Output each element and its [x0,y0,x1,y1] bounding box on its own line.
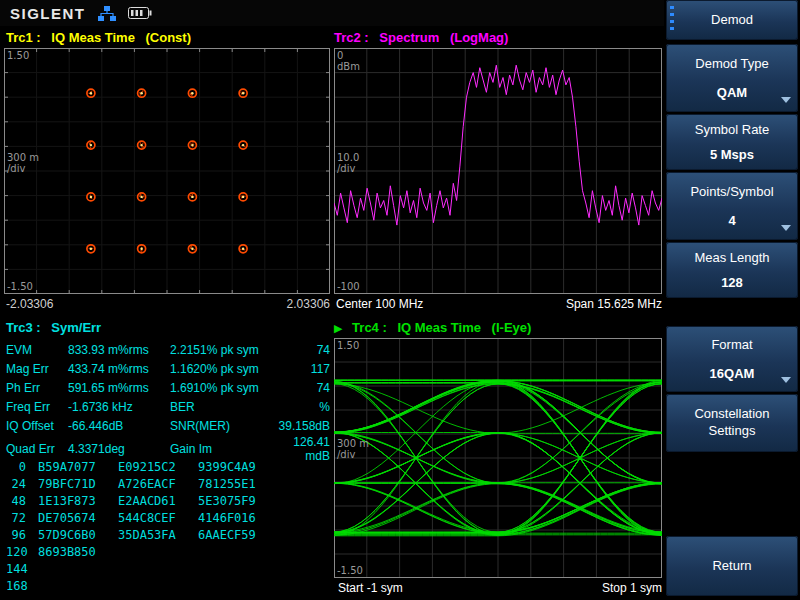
meas-cell: 39.158dB [278,419,330,433]
brand-logo: SIGLENT [10,5,86,22]
trc1-label: Trc1 : [6,30,41,45]
format-label: Format [701,337,762,354]
trc1-y-div-unit: /div [7,163,25,174]
return-label: Return [702,558,761,575]
meas-cell: 74 [278,381,330,395]
trc1-y-min: -1.50 [7,281,33,292]
symbol-row: 96 57D9C6B0 35DA53FA 6AAECF59 [6,526,330,543]
trc4-y-div-unit: /div [337,449,355,460]
symbol-rate-label: Symbol Rate [685,122,779,139]
symbol-index: 120 [6,545,38,559]
chevron-down-icon [781,225,791,231]
meas-cell: IQ Offset [6,419,68,433]
symbol-index: 168 [6,579,38,593]
measurement-row: Freq Err -1.6736 kHz BER % [6,397,330,416]
trc4-header[interactable]: ▶ Trc4 : IQ Meas Time (I-Eye) [334,320,531,335]
meas-cell: Gain Im [170,442,278,456]
points-per-symbol-label: Points/Symbol [680,184,783,201]
trc2-y-max: 0 [337,50,343,61]
trc4-label: Trc4 : [352,320,387,335]
symbol-rate-value: 5 Msps [710,147,754,162]
symbol-cell: A726EACF [118,477,198,491]
eye-stop-label: Stop 1 sym [520,581,662,595]
constellation-plot [4,48,330,294]
spectrum-panel: 0 dBm 10.0 /div -100 [334,48,662,294]
menu-title-demod: Demod [666,0,798,40]
measurement-row: Quad Err 4.3371deg Gain Im 126.41 mdB [6,435,330,454]
symbol-cell: 781255E1 [198,477,278,491]
trc2-label: Trc2 : [334,30,369,45]
symbol-cell: 35DA53FA [118,528,198,542]
meas-cell: 74 [278,343,330,357]
symbol-cell: 5E3075F9 [198,494,278,508]
meas-cell: Mag Err [6,362,68,376]
measurement-table: EVM 833.93 m%rms 2.2151% pk sym 74 Mag E… [6,340,330,454]
symbol-cell: 8693B850 [38,545,118,559]
meas-cell: 433.74 m%rms [68,362,170,376]
trc1-mode: (Const) [146,30,192,45]
symbol-cell: 1E13F873 [38,494,118,508]
format-value: 16QAM [710,366,755,381]
symbol-cell: 4146F016 [198,511,278,525]
trc1-x-max: 2.03306 [226,297,330,311]
softkey-constellation-settings[interactable]: Constellation Settings [666,394,798,452]
measurement-row: Mag Err 433.74 m%rms 1.1620% pk sym 117 [6,359,330,378]
trc4-mode: (I-Eye) [492,320,532,335]
eye-start-label: Start -1 sym [338,581,403,595]
symbol-cell: 6AAECF59 [198,528,278,542]
trc3-name: Sym/Err [51,320,101,335]
meas-length-label: Meas Length [684,250,779,267]
symbol-index: 96 [6,528,38,542]
span-frequency: Span 15.625 MHz [470,297,662,311]
meas-cell: % [278,400,330,414]
symbol-cell: E09215C2 [118,460,198,474]
symbol-cell: 79BFC71D [38,477,118,491]
trc3-header[interactable]: Trc3 : Sym/Err [6,320,101,335]
battery-icon [128,7,152,19]
trc1-header[interactable]: Trc1 : IQ Meas Time (Const) [6,30,191,45]
meas-cell: Quad Err [6,442,68,456]
symbol-row: 48 1E13F873 E2AACD61 5E3075F9 [6,492,330,509]
trc2-name: Spectrum [379,30,439,45]
softkey-symbol-rate[interactable]: Symbol Rate 5 Msps [666,114,798,170]
symbol-row: 144 [6,560,330,577]
trc1-name: IQ Meas Time [51,30,135,45]
meas-cell: EVM [6,343,68,357]
eye-panel: 1.50 300 m /div -1.50 [334,338,662,578]
trc1-y-max: 1.50 [7,50,29,61]
symbol-cell: 57D9C6B0 [38,528,118,542]
trc2-y-max-unit: dBm [337,61,360,72]
symbol-row: 0 B59A7077 E09215C2 9399C4A9 [6,458,330,475]
meas-cell: -66.446dB [68,419,170,433]
trc4-y-max: 1.50 [337,340,359,351]
demod-type-value: QAM [717,85,747,100]
trc2-y-min: -100 [337,281,360,292]
meas-cell: 4.3371deg [68,442,170,456]
trc4-y-div: 300 m [337,438,369,449]
meas-cell: Ph Err [6,381,68,395]
symbol-cell: B59A7077 [38,460,118,474]
trc4-y-min: -1.50 [337,565,363,576]
softkey-points-per-symbol[interactable]: Points/Symbol 4 [666,172,798,240]
meas-cell: 117 [278,362,330,376]
constellation-settings-label: Constellation Settings [666,406,798,440]
trc4-name: IQ Meas Time [397,320,481,335]
softkey-format[interactable]: Format 16QAM [666,326,798,392]
symbol-index: 24 [6,477,38,491]
softkey-return[interactable]: Return [666,536,798,596]
menu-title-label: Demod [701,12,763,29]
softkey-meas-length[interactable]: Meas Length 128 [666,242,798,298]
measurement-row: Ph Err 591.65 m%rms 1.6910% pk sym 74 [6,378,330,397]
symbol-row: 72 DE705674 544C8CEF 4146F016 [6,509,330,526]
meas-cell: 591.65 m%rms [68,381,170,395]
softkey-demod-type[interactable]: Demod Type QAM [666,44,798,112]
meas-cell: 833.93 m%rms [68,343,170,357]
trc2-mode: (LogMag) [450,30,508,45]
symbol-index: 144 [6,562,38,576]
analyzer-screen: SIGLENT Trc1 : IQ Meas Time (Const) Trc2… [0,0,800,600]
trc2-header[interactable]: Trc2 : Spectrum (LogMag) [334,30,508,45]
symbol-index: 72 [6,511,38,525]
trc3-label: Trc3 : [6,320,41,335]
symbol-index: 48 [6,494,38,508]
points-per-symbol-value: 4 [728,213,735,228]
